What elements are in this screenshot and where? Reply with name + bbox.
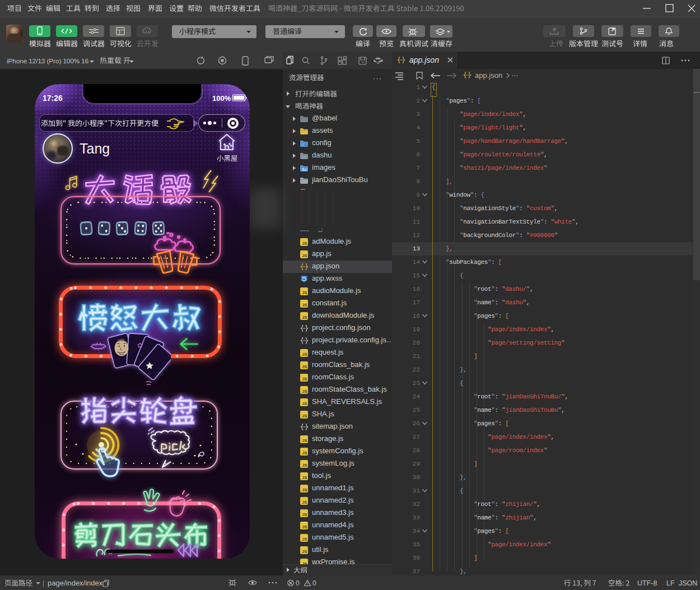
svg-text:JS: JS [302, 377, 307, 382]
svg-text:JS: JS [302, 315, 307, 320]
svg-text:JS: JS [302, 414, 307, 419]
svg-text:0: 0 [312, 579, 316, 587]
svg-text:JS: JS [302, 475, 307, 480]
svg-text:JS: JS [302, 537, 307, 542]
svg-text:0: 0 [296, 579, 300, 587]
svg-text:JS: JS [302, 524, 307, 529]
svg-text:JS: JS [302, 500, 307, 505]
svg-text:JS: JS [302, 290, 307, 295]
svg-text:JS: JS [302, 438, 307, 443]
svg-text:JS: JS [302, 303, 307, 308]
svg-text:JS: JS [302, 241, 307, 246]
svg-text:JS: JS [302, 512, 307, 517]
svg-text:JS: JS [302, 549, 307, 554]
svg-text:JS: JS [302, 450, 307, 456]
svg-text:JS: JS [302, 389, 307, 394]
svg-text:JS: JS [302, 487, 307, 493]
svg-text:JS: JS [302, 463, 307, 468]
svg-text:JS: JS [302, 253, 307, 258]
svg-text:JS: JS [302, 364, 307, 369]
svg-text:JS: JS [302, 401, 307, 406]
svg-text:JS: JS [302, 352, 307, 357]
